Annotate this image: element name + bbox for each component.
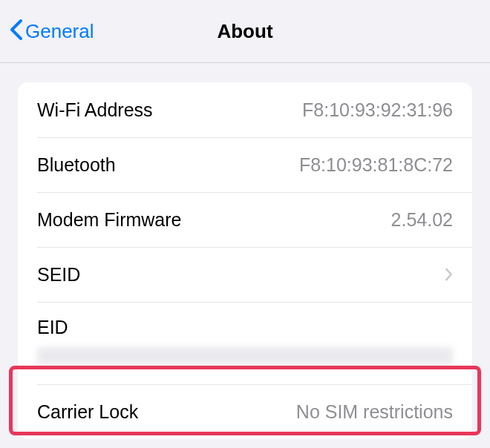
settings-card: Wi-Fi Address F8:10:93:92:31:96 Bluetoot…	[18, 82, 472, 439]
row-value: 2.54.02	[391, 209, 453, 231]
row-eid: EID	[18, 302, 472, 384]
eid-redacted-value	[37, 347, 453, 365]
chevron-left-icon	[9, 17, 24, 45]
row-label: Carrier Lock	[37, 401, 138, 423]
row-modem-firmware: Modem Firmware 2.54.02	[18, 192, 472, 247]
row-value: F8:10:93:92:31:96	[302, 99, 453, 121]
page-title: About	[217, 20, 272, 43]
row-wifi-address: Wi-Fi Address F8:10:93:92:31:96	[18, 82, 472, 137]
row-seid[interactable]: SEID	[18, 247, 472, 302]
row-label: EID	[37, 317, 68, 338]
row-label: SEID	[37, 264, 80, 286]
row-value: F8:10:93:81:8C:72	[299, 154, 453, 176]
back-button[interactable]: General	[9, 17, 94, 45]
nav-bar: General About	[0, 0, 490, 63]
row-carrier-lock: Carrier Lock No SIM restrictions	[18, 384, 472, 439]
row-value: No SIM restrictions	[296, 401, 453, 423]
row-bluetooth: Bluetooth F8:10:93:81:8C:72	[18, 137, 472, 192]
row-label: Modem Firmware	[37, 209, 181, 231]
row-label: Bluetooth	[37, 154, 116, 176]
chevron-right-icon	[444, 263, 453, 286]
back-label: General	[25, 20, 94, 43]
row-right-seid	[438, 263, 453, 286]
row-label: Wi-Fi Address	[37, 99, 153, 121]
